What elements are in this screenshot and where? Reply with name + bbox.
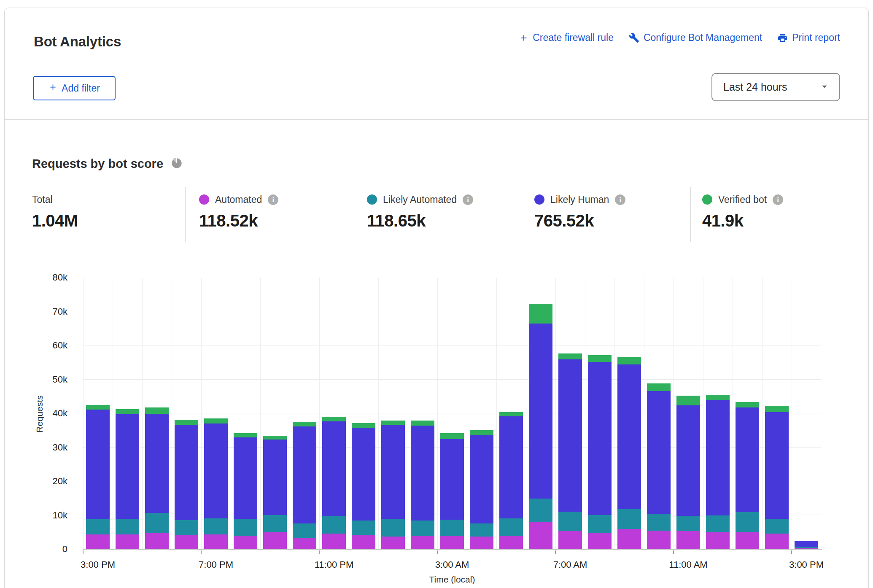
bar-segment-likely-human[interactable] <box>676 405 700 516</box>
bar-segment-automated[interactable] <box>322 534 346 549</box>
bar-segment-likely-human[interactable] <box>234 437 257 518</box>
bar-segment-automated[interactable] <box>145 533 169 549</box>
info-icon[interactable]: i <box>615 194 625 205</box>
bar-segment-likely-automated[interactable] <box>647 514 671 530</box>
bar-segment-automated[interactable] <box>529 522 552 549</box>
bar-segment-verified-bot[interactable] <box>470 430 493 435</box>
bar-segment-automated[interactable] <box>765 534 789 549</box>
stacked-bar[interactable] <box>86 405 110 549</box>
stacked-bar[interactable] <box>352 423 375 549</box>
bar-segment-automated[interactable] <box>676 531 700 549</box>
bar-segment-likely-automated[interactable] <box>470 523 493 537</box>
print-report-link[interactable]: Print report <box>777 32 840 43</box>
bar-segment-verified-bot[interactable] <box>352 423 375 427</box>
bar-segment-automated[interactable] <box>588 533 612 549</box>
stacked-bar[interactable] <box>263 436 287 549</box>
bar-segment-likely-automated[interactable] <box>175 520 198 535</box>
bar-segment-likely-automated[interactable] <box>529 499 552 522</box>
bar-segment-automated[interactable] <box>706 532 730 549</box>
stacked-bar[interactable] <box>204 418 228 549</box>
bar-segment-likely-human[interactable] <box>293 426 316 523</box>
bar-segment-verified-bot[interactable] <box>411 421 434 426</box>
bar-segment-likely-automated[interactable] <box>234 519 257 536</box>
bar-segment-likely-human[interactable] <box>765 412 789 519</box>
bar-segment-likely-automated[interactable] <box>116 519 139 534</box>
bar-segment-likely-automated[interactable] <box>204 518 228 534</box>
stacked-bar[interactable] <box>558 353 582 549</box>
bar-segment-verified-bot[interactable] <box>381 421 405 425</box>
time-range-select[interactable]: Last 24 hours <box>711 73 840 101</box>
bar-segment-automated[interactable] <box>175 535 198 549</box>
bar-segment-automated[interactable] <box>204 534 228 549</box>
stacked-bar[interactable] <box>617 357 641 549</box>
bar-segment-automated[interactable] <box>558 531 582 549</box>
stacked-bar[interactable] <box>647 383 671 549</box>
bar-segment-likely-automated[interactable] <box>617 509 641 529</box>
stacked-bar[interactable] <box>736 402 759 549</box>
info-icon[interactable]: i <box>268 194 278 205</box>
bar-segment-likely-automated[interactable] <box>706 515 730 532</box>
stacked-bar[interactable] <box>175 420 198 549</box>
bar-segment-likely-automated[interactable] <box>86 519 110 534</box>
bar-segment-automated[interactable] <box>736 532 759 549</box>
bar-segment-likely-automated[interactable] <box>381 519 405 537</box>
info-icon[interactable]: i <box>773 194 783 205</box>
bar-segment-likely-automated[interactable] <box>588 515 612 533</box>
bar-segment-likely-human[interactable] <box>86 410 110 519</box>
stacked-bar[interactable] <box>234 433 257 549</box>
bar-segment-verified-bot[interactable] <box>175 420 198 425</box>
bar-segment-verified-bot[interactable] <box>440 433 464 439</box>
pie-chart-icon[interactable] <box>171 157 183 171</box>
bar-segment-likely-human[interactable] <box>116 414 139 518</box>
bar-segment-likely-human[interactable] <box>381 425 405 519</box>
bar-segment-likely-automated[interactable] <box>293 523 316 538</box>
bar-segment-likely-automated[interactable] <box>322 516 346 534</box>
stacked-bar[interactable] <box>499 412 523 549</box>
bar-segment-likely-human[interactable] <box>558 359 582 512</box>
bar-segment-likely-human[interactable] <box>145 414 169 513</box>
stacked-bar[interactable] <box>676 396 700 549</box>
stacked-bar[interactable] <box>529 304 552 549</box>
bar-segment-verified-bot[interactable] <box>145 407 169 413</box>
stacked-bar[interactable] <box>765 406 789 549</box>
bar-segment-automated[interactable] <box>470 537 493 549</box>
bar-segment-likely-human[interactable] <box>470 435 493 523</box>
bar-segment-likely-human[interactable] <box>440 439 464 520</box>
bar-segment-likely-automated[interactable] <box>263 515 287 532</box>
bar-segment-likely-automated[interactable] <box>765 519 789 534</box>
bar-segment-automated[interactable] <box>263 532 287 549</box>
stacked-bar[interactable] <box>381 421 405 549</box>
bar-segment-likely-automated[interactable] <box>145 513 169 533</box>
stacked-bar[interactable] <box>440 433 464 549</box>
bar-segment-automated[interactable] <box>116 534 139 549</box>
bar-segment-likely-human[interactable] <box>263 440 287 515</box>
bar-segment-verified-bot[interactable] <box>736 402 759 407</box>
bar-segment-likely-human[interactable] <box>175 425 198 520</box>
bar-segment-verified-bot[interactable] <box>588 355 612 362</box>
bar-segment-automated[interactable] <box>293 538 316 549</box>
bar-segment-likely-human[interactable] <box>352 428 375 521</box>
bar-segment-automated[interactable] <box>499 536 523 549</box>
bar-segment-verified-bot[interactable] <box>234 433 257 437</box>
bar-segment-likely-automated[interactable] <box>499 518 523 537</box>
bar-segment-likely-human[interactable] <box>736 407 759 512</box>
bar-segment-likely-human[interactable] <box>322 421 346 516</box>
bar-segment-likely-human[interactable] <box>204 423 228 518</box>
bar-segment-verified-bot[interactable] <box>293 422 316 426</box>
bar-segment-automated[interactable] <box>352 535 375 549</box>
bar-segment-verified-bot[interactable] <box>617 357 641 364</box>
bar-segment-likely-automated[interactable] <box>352 521 375 535</box>
bar-segment-likely-human[interactable] <box>411 426 434 521</box>
bar-segment-verified-bot[interactable] <box>116 409 139 415</box>
configure-bot-management-link[interactable]: Configure Bot Management <box>629 32 762 43</box>
stacked-bar[interactable] <box>706 395 730 549</box>
bar-segment-likely-human[interactable] <box>529 324 552 499</box>
create-firewall-rule-link[interactable]: Create firewall rule <box>519 32 614 43</box>
stacked-bar[interactable] <box>795 541 818 549</box>
stacked-bar[interactable] <box>588 355 612 549</box>
bar-segment-likely-human[interactable] <box>617 364 641 509</box>
bar-segment-likely-automated[interactable] <box>558 512 582 531</box>
stacked-bar[interactable] <box>145 407 169 549</box>
add-filter-button[interactable]: Add filter <box>33 76 116 100</box>
bar-segment-likely-automated[interactable] <box>440 520 464 536</box>
